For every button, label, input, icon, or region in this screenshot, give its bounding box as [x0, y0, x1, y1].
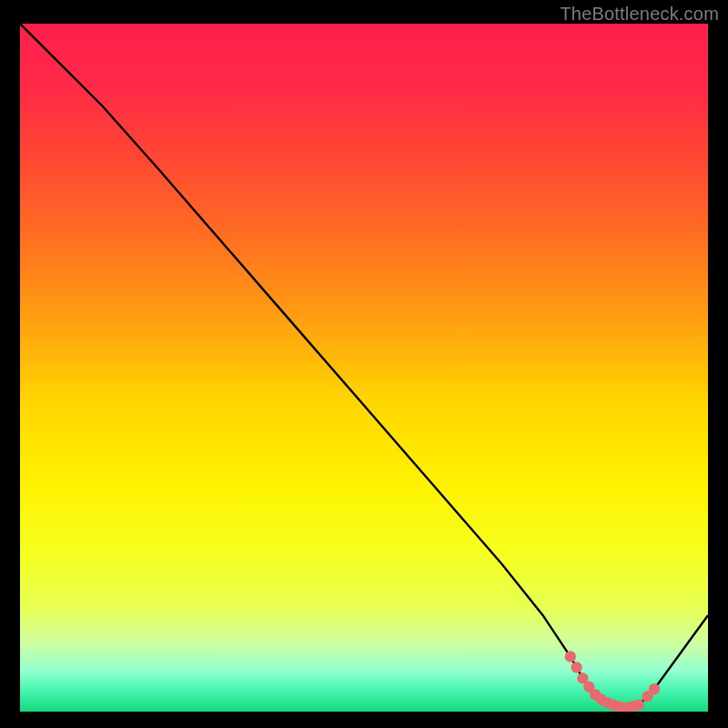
chart-frame: TheBottleneck.com [0, 0, 728, 728]
chart-svg [20, 24, 708, 712]
highlight-dot [565, 651, 576, 662]
attribution-text: TheBottleneck.com [560, 4, 719, 25]
plot-area [20, 24, 708, 712]
highlight-dot [649, 683, 660, 694]
highlight-dot [632, 699, 643, 710]
highlight-dot [571, 662, 581, 672]
gradient-background [20, 24, 708, 712]
